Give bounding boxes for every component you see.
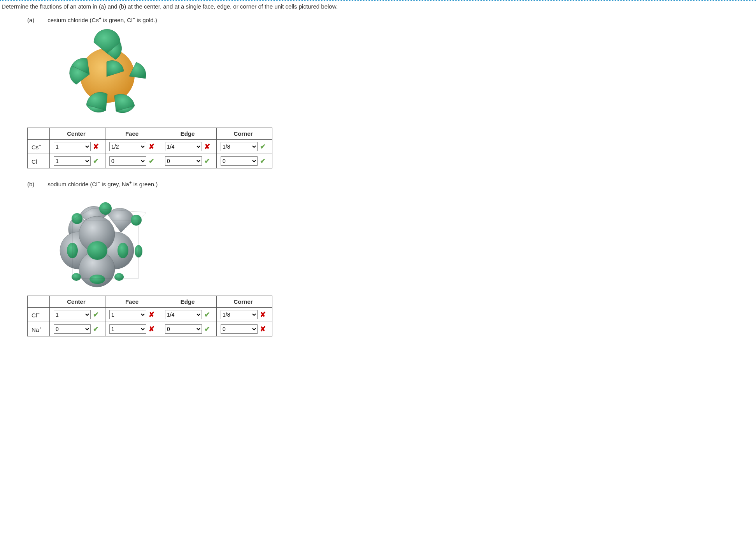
- prompt-text: Determine the fractions of an atom in (a…: [2, 3, 338, 10]
- part-b-desc-mid: is grey, Na: [100, 181, 129, 187]
- check-icon: ✔: [204, 326, 210, 333]
- svg-point-7: [89, 275, 105, 284]
- check-icon: ✔: [204, 311, 210, 318]
- svg-point-6: [118, 243, 128, 258]
- part-b-tbody: Cl−01/81/41/21✔01/81/41/21✘01/81/41/21✔0…: [28, 308, 272, 336]
- fraction-select[interactable]: 01/81/41/21: [221, 142, 258, 151]
- part-a-table: Center Face Edge Corner Cs+01/81/41/21✘0…: [27, 128, 272, 168]
- fraction-select[interactable]: 01/81/41/21: [165, 156, 202, 166]
- check-icon: ✔: [149, 158, 154, 165]
- fraction-select[interactable]: 01/81/41/21: [165, 310, 202, 319]
- answer-cell: 01/81/41/21✔: [105, 154, 161, 168]
- answer-cell: 01/81/41/21✘: [161, 140, 217, 154]
- answer-cell: 01/81/41/21✔: [217, 154, 272, 168]
- hdr-center-b: Center: [50, 296, 105, 308]
- table-row: Cl−01/81/41/21✔01/81/41/21✔01/81/41/21✔0…: [28, 154, 272, 168]
- blank-header-b: [28, 296, 50, 308]
- part-a-desc-post: is gold.): [135, 17, 157, 23]
- check-icon: ✔: [93, 158, 99, 165]
- row-ion-label: Cl−: [28, 308, 50, 322]
- select-wrap: 01/81/41/21✘: [109, 324, 154, 334]
- part-b-desc-post: is green.): [132, 181, 158, 187]
- hdr-face-b: Face: [105, 296, 161, 308]
- check-icon: ✔: [260, 158, 266, 165]
- fraction-select[interactable]: 01/81/41/21: [109, 324, 146, 334]
- question-prompt: Determine the fractions of an atom in (a…: [0, 0, 756, 10]
- part-a-desc-mid: is green, Cl: [101, 17, 132, 23]
- select-wrap: 01/81/41/21✔: [54, 156, 99, 166]
- select-wrap: 01/81/41/21✘: [221, 310, 266, 319]
- hdr-corner: Corner: [217, 128, 272, 140]
- x-icon: ✘: [149, 143, 154, 150]
- part-a-desc-pre: cesium chloride (Cs: [47, 17, 99, 23]
- answer-cell: 01/81/41/21✔: [50, 322, 105, 336]
- fraction-select[interactable]: 01/81/41/21: [165, 324, 202, 334]
- check-icon: ✔: [93, 311, 99, 318]
- svg-point-2: [72, 213, 82, 224]
- nacl-svg-icon: [57, 193, 154, 290]
- select-wrap: 01/81/41/21✔: [54, 324, 99, 334]
- part-b-desc: sodium chloride (Cl− is grey, Na+ is gre…: [47, 181, 158, 187]
- x-icon: ✘: [204, 143, 210, 150]
- fraction-select[interactable]: 01/81/41/21: [221, 324, 258, 334]
- select-wrap: 01/81/41/21✔: [165, 310, 210, 319]
- fraction-select[interactable]: 01/81/41/21: [109, 142, 146, 151]
- nacl-illustration: [57, 193, 748, 290]
- row-ion-label: Cl−: [28, 154, 50, 168]
- select-wrap: 01/81/41/21✔: [165, 156, 210, 166]
- fraction-select[interactable]: 01/81/41/21: [221, 310, 258, 319]
- table-row: Na+01/81/41/21✔01/81/41/21✘01/81/41/21✔0…: [28, 322, 272, 336]
- svg-point-9: [114, 273, 124, 281]
- table-row: Cs+01/81/41/21✘01/81/41/21✘01/81/41/21✘0…: [28, 140, 272, 154]
- select-wrap: 01/81/41/21✘: [54, 142, 99, 151]
- part-a-tbody: Cs+01/81/41/21✘01/81/41/21✘01/81/41/21✘0…: [28, 140, 272, 168]
- part-a-desc: cesium chloride (Cs+ is green, Cl− is go…: [47, 17, 157, 23]
- fraction-select[interactable]: 01/81/41/21: [54, 324, 91, 334]
- answer-cell: 01/81/41/21✔: [161, 308, 217, 322]
- answer-cell: 01/81/41/21✘: [217, 322, 272, 336]
- select-wrap: 01/81/41/21✔: [54, 310, 99, 319]
- row-ion-label: Na+: [28, 322, 50, 336]
- table-row: Cl−01/81/41/21✔01/81/41/21✘01/81/41/21✔0…: [28, 308, 272, 322]
- answer-cell: 01/81/41/21✘: [105, 140, 161, 154]
- svg-point-4: [87, 241, 107, 260]
- cscl-illustration: [57, 29, 748, 122]
- hdr-face: Face: [105, 128, 161, 140]
- part-a-label: (a): [27, 17, 46, 23]
- x-icon: ✘: [93, 143, 99, 150]
- x-icon: ✘: [260, 326, 266, 333]
- fraction-select[interactable]: 01/81/41/21: [54, 310, 91, 319]
- select-wrap: 01/81/41/21✔: [165, 324, 210, 334]
- part-b: (b) sodium chloride (Cl− is grey, Na+ is…: [27, 180, 748, 336]
- select-wrap: 01/81/41/21✘: [221, 324, 266, 334]
- svg-point-8: [72, 273, 81, 281]
- fraction-select[interactable]: 01/81/41/21: [165, 142, 202, 151]
- x-icon: ✘: [149, 311, 154, 318]
- fraction-select[interactable]: 01/81/41/21: [54, 142, 91, 151]
- fraction-select[interactable]: 01/81/41/21: [221, 156, 258, 166]
- answer-cell: 01/81/41/21✔: [161, 154, 217, 168]
- part-a: (a) cesium chloride (Cs+ is green, Cl− i…: [27, 16, 748, 168]
- fraction-select[interactable]: 01/81/41/21: [109, 310, 146, 319]
- blank-header: [28, 128, 50, 140]
- answer-cell: 01/81/41/21✘: [217, 308, 272, 322]
- fraction-select[interactable]: 01/81/41/21: [54, 156, 91, 166]
- x-icon: ✘: [260, 311, 266, 318]
- select-wrap: 01/81/41/21✔: [109, 156, 154, 166]
- answer-cell: 01/81/41/21✔: [217, 140, 272, 154]
- answer-cell: 01/81/41/21✔: [50, 308, 105, 322]
- row-ion-label: Cs+: [28, 140, 50, 154]
- answer-cell: 01/81/41/21✔: [50, 154, 105, 168]
- answer-cell: 01/81/41/21✘: [105, 308, 161, 322]
- select-wrap: 01/81/41/21✘: [109, 310, 154, 319]
- hdr-corner-b: Corner: [217, 296, 272, 308]
- select-wrap: 01/81/41/21✘: [109, 142, 154, 151]
- svg-point-1: [99, 202, 112, 215]
- check-icon: ✔: [204, 158, 210, 165]
- part-b-table: Center Face Edge Corner Cl−01/81/41/21✔0…: [27, 296, 272, 336]
- fraction-select[interactable]: 01/81/41/21: [109, 156, 146, 166]
- hdr-center: Center: [50, 128, 105, 140]
- select-wrap: 01/81/41/21✔: [221, 142, 266, 151]
- check-icon: ✔: [260, 143, 266, 150]
- select-wrap: 01/81/41/21✘: [165, 142, 210, 151]
